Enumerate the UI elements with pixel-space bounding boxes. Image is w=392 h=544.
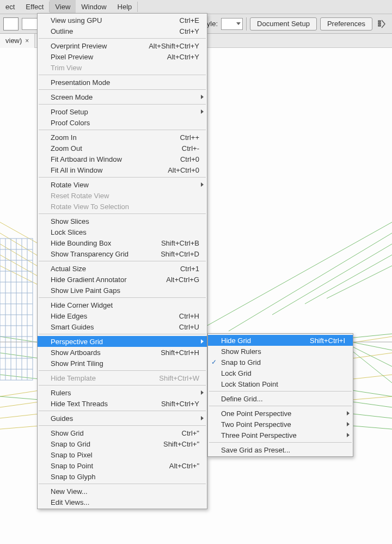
view-menu-item-snap-to-glyph[interactable]: Snap to Glyph bbox=[38, 471, 207, 482]
menu-item-label: View using GPU bbox=[51, 16, 163, 25]
toolbar-divider bbox=[246, 17, 247, 30]
submenu-arrow-icon bbox=[201, 109, 204, 114]
close-icon[interactable]: × bbox=[25, 37, 29, 45]
menu-item-label: Show Slices bbox=[51, 217, 199, 225]
view-menu-separator bbox=[39, 130, 206, 130]
menu-item-shortcut: Alt+Ctrl+Y bbox=[151, 53, 199, 61]
view-menu-item-lock-slices[interactable]: Lock Slices bbox=[38, 227, 207, 237]
menubar-item-window[interactable]: Window bbox=[76, 0, 112, 14]
menu-item-shortcut: Shift+Ctrl+I bbox=[293, 337, 345, 345]
view-menu-item-actual-size[interactable]: Actual SizeCtrl+1 bbox=[38, 263, 207, 274]
menu-item-label: Hide Bounding Box bbox=[51, 239, 145, 247]
style-dropdown[interactable] bbox=[221, 18, 243, 30]
pgrid-menu-separator bbox=[209, 406, 352, 406]
fill-swatch[interactable] bbox=[3, 17, 19, 30]
view-menu-item-show-grid[interactable]: Show GridCtrl+" bbox=[38, 427, 207, 438]
view-menu-item-show-print-tiling[interactable]: Show Print Tiling bbox=[38, 358, 207, 369]
view-menu-item-show-artboards[interactable]: Show ArtboardsShift+Ctrl+H bbox=[38, 347, 207, 358]
pgrid-menu-item-snap-to-grid[interactable]: ✓Snap to Grid bbox=[208, 357, 353, 368]
view-menu-separator bbox=[39, 411, 206, 411]
view-menu-item-fit-all-in-window[interactable]: Fit All in WindowAlt+Ctrl+0 bbox=[38, 164, 207, 175]
pgrid-menu-item-save-grid-as-preset[interactable]: Save Grid as Preset... bbox=[208, 444, 353, 455]
document-setup-button[interactable]: Document Setup bbox=[250, 17, 317, 30]
view-menu-item-perspective-grid[interactable]: Perspective Grid bbox=[38, 336, 207, 347]
view-menu-item-hide-template: Hide TemplateShift+Ctrl+W bbox=[38, 372, 207, 383]
view-menu-item-hide-text-threads[interactable]: Hide Text ThreadsShift+Ctrl+Y bbox=[38, 398, 207, 409]
view-menu-item-hide-bounding-box[interactable]: Hide Bounding BoxShift+Ctrl+B bbox=[38, 237, 207, 248]
view-menu-item-zoom-in[interactable]: Zoom InCtrl++ bbox=[38, 132, 207, 143]
view-menu-separator bbox=[39, 385, 206, 386]
pgrid-menu-separator bbox=[209, 391, 352, 392]
panel-toggle-icon[interactable] bbox=[376, 17, 389, 30]
menu-item-shortcut: Shift+Ctrl+B bbox=[145, 239, 199, 247]
view-menu-item-proof-colors[interactable]: Proof Colors bbox=[38, 117, 207, 128]
view-menu-item-rulers[interactable]: Rulers bbox=[38, 387, 207, 398]
view-menu-separator bbox=[39, 38, 206, 39]
menu-item-label: Zoom Out bbox=[51, 144, 166, 152]
menu-item-label: Hide Edges bbox=[51, 312, 163, 320]
view-menu-item-show-slices[interactable]: Show Slices bbox=[38, 216, 207, 227]
menu-item-label: Smart Guides bbox=[51, 323, 163, 331]
menu-item-label: Show Live Paint Gaps bbox=[51, 286, 199, 295]
pgrid-menu-item-lock-station-point[interactable]: Lock Station Point bbox=[208, 378, 353, 389]
menu-item-label: New View... bbox=[51, 487, 199, 496]
view-menu-item-show-transparency-grid[interactable]: Show Transparency GridShift+Ctrl+D bbox=[38, 248, 207, 259]
submenu-arrow-icon bbox=[347, 411, 350, 415]
view-menu-item-edit-views[interactable]: Edit Views... bbox=[38, 497, 207, 508]
view-menu-item-hide-gradient-annotator[interactable]: Hide Gradient AnnotatorAlt+Ctrl+G bbox=[38, 274, 207, 285]
pgrid-menu-item-define-grid[interactable]: Define Grid... bbox=[208, 393, 353, 404]
view-menu-item-hide-corner-widget[interactable]: Hide Corner Widget bbox=[38, 299, 207, 310]
view-menu-item-overprint-preview[interactable]: Overprint PreviewAlt+Shift+Ctrl+Y bbox=[38, 40, 207, 51]
view-menu-item-snap-to-pixel[interactable]: Snap to Pixel bbox=[38, 449, 207, 460]
view-menu-item-view-using-gpu[interactable]: View using GPUCtrl+E bbox=[38, 15, 207, 26]
view-menu-item-zoom-out[interactable]: Zoom OutCtrl+- bbox=[38, 143, 207, 154]
view-menu-item-outline[interactable]: OutlineCtrl+Y bbox=[38, 26, 207, 36]
submenu-arrow-icon bbox=[201, 182, 204, 187]
svg-line-12 bbox=[229, 233, 392, 331]
view-menu-item-snap-to-point[interactable]: Snap to PointAlt+Ctrl+" bbox=[38, 460, 207, 471]
menu-item-label: Two Point Perspective bbox=[221, 420, 345, 429]
view-menu-item-pixel-preview[interactable]: Pixel PreviewAlt+Ctrl+Y bbox=[38, 51, 207, 62]
pgrid-menu-item-two-point-perspective[interactable]: Two Point Perspective bbox=[208, 419, 353, 430]
submenu-arrow-icon bbox=[347, 422, 350, 426]
preferences-button[interactable]: Preferences bbox=[320, 17, 372, 30]
menu-item-label: Lock Slices bbox=[51, 228, 199, 236]
pgrid-menu-item-one-point-perspective[interactable]: One Point Perspective bbox=[208, 408, 353, 419]
menu-item-label: Hide Gradient Annotator bbox=[51, 276, 150, 284]
view-menu-item-guides[interactable]: Guides bbox=[38, 413, 207, 424]
menu-item-shortcut: Shift+Ctrl+" bbox=[147, 440, 199, 448]
view-menu-item-rotate-view[interactable]: Rotate View bbox=[38, 179, 207, 190]
submenu-arrow-icon bbox=[347, 433, 350, 437]
view-menu-item-hide-edges[interactable]: Hide EdgesCtrl+H bbox=[38, 310, 207, 321]
menu-item-shortcut: Ctrl+0 bbox=[164, 155, 199, 163]
view-menu-item-new-view[interactable]: New View... bbox=[38, 486, 207, 497]
view-menu-item-show-live-paint-gaps[interactable]: Show Live Paint Gaps bbox=[38, 285, 207, 296]
menu-item-label: Trim View bbox=[51, 64, 199, 72]
perspective-grid-submenu: Hide GridShift+Ctrl+IShow Rulers✓Snap to… bbox=[207, 333, 353, 457]
menu-item-label: Lock Station Point bbox=[221, 380, 345, 388]
tab-label: view) bbox=[5, 36, 22, 45]
menu-item-label: Snap to Grid bbox=[221, 358, 345, 366]
pgrid-menu-item-show-rulers[interactable]: Show Rulers bbox=[208, 346, 353, 357]
view-menu-item-fit-artboard-in-window[interactable]: Fit Artboard in WindowCtrl+0 bbox=[38, 154, 207, 164]
menu-item-label: Snap to Glyph bbox=[51, 473, 199, 481]
menu-item-shortcut: Shift+Ctrl+W bbox=[143, 374, 199, 382]
view-menu-item-screen-mode[interactable]: Screen Mode bbox=[38, 91, 207, 102]
menubar-item-select[interactable]: ect bbox=[0, 0, 20, 14]
menubar-item-help[interactable]: Help bbox=[112, 0, 138, 14]
view-menu-item-snap-to-grid[interactable]: Snap to GridShift+Ctrl+" bbox=[38, 438, 207, 449]
menubar-item-view[interactable]: View bbox=[50, 0, 76, 14]
submenu-arrow-icon bbox=[201, 416, 204, 420]
menu-item-label: Outline bbox=[51, 27, 163, 35]
pgrid-menu-item-hide-grid[interactable]: Hide GridShift+Ctrl+I bbox=[208, 335, 353, 346]
menubar-item-effect[interactable]: Effect bbox=[20, 0, 49, 14]
menu-item-label: Snap to Pixel bbox=[51, 451, 199, 459]
menubar-divider bbox=[137, 2, 138, 12]
pgrid-menu-item-lock-grid[interactable]: Lock Grid bbox=[208, 368, 353, 378]
view-menu-item-smart-guides[interactable]: Smart GuidesCtrl+U bbox=[38, 321, 207, 332]
view-menu-item-proof-setup[interactable]: Proof Setup bbox=[38, 106, 207, 117]
document-tab[interactable]: view) × bbox=[0, 34, 35, 48]
view-menu-item-presentation-mode[interactable]: Presentation Mode bbox=[38, 77, 207, 88]
menu-item-shortcut: Ctrl+H bbox=[163, 312, 199, 320]
pgrid-menu-item-three-point-perspective[interactable]: Three Point Perspective bbox=[208, 430, 353, 441]
